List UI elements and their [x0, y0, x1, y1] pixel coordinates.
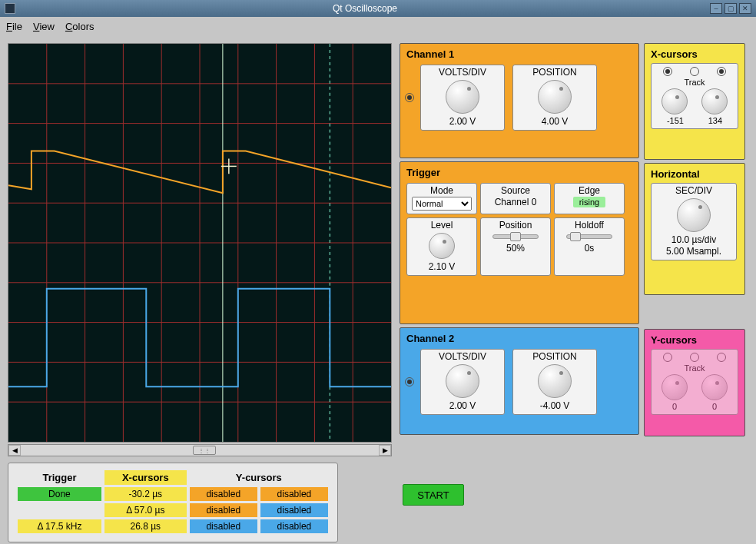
y-cursors-panel: Y-cursors Track 0 0: [644, 329, 745, 436]
ycursor-radio-2[interactable]: [717, 353, 726, 362]
xcursor-radio-track[interactable]: [690, 67, 699, 76]
trigger-holdoff-value: 0s: [585, 243, 595, 254]
horizontal-value: 10.0 µs/div: [671, 234, 716, 245]
xcursor-track-label: Track: [655, 78, 734, 87]
status-y-disabled: disabled: [190, 487, 257, 501]
x-cursors-panel: X-cursors Track -151 134: [644, 43, 745, 160]
trigger-source-label: Source: [501, 185, 530, 196]
maximize-button[interactable]: ▢: [724, 3, 737, 14]
xcursor-radio-2[interactable]: [717, 67, 726, 76]
status-trigger-header: Trigger: [18, 470, 101, 485]
status-trigger-freq: Δ 17.5 kHz: [18, 519, 101, 533]
trigger-title: Trigger: [406, 167, 634, 178]
trigger-holdoff-slider[interactable]: [566, 234, 612, 239]
status-x-delta: Δ 57.0 µs: [104, 503, 187, 517]
trigger-position-slider[interactable]: [492, 234, 539, 239]
scroll-left-button[interactable]: ◀: [8, 445, 21, 456]
status-y-disabled: disabled: [260, 503, 328, 517]
trigger-mode-label: Mode: [430, 185, 453, 196]
status-trigger-done: Done: [18, 487, 101, 501]
trigger-edge-label: Edge: [579, 185, 600, 196]
status-panel: Trigger X-cursors Y-cursors Done -30.2 µ…: [8, 463, 338, 542]
ch1-volts-value: 2.00 V: [449, 116, 476, 127]
status-x2: 26.8 µs: [104, 519, 187, 533]
minimize-button[interactable]: –: [710, 3, 722, 14]
horizontal-panel: Horizontal SEC/DIV 10.0 µs/div 5.00 Msam…: [644, 163, 745, 295]
menubar: File View Colors: [0, 17, 756, 35]
horizontal-title: Horizontal: [651, 168, 740, 180]
channel-2-panel: Channel 2 VOLTS/DIV 2.00 V POSITION -4.0…: [400, 327, 639, 435]
app-icon: [5, 3, 15, 14]
window-title: Qt Oscilloscope: [20, 3, 710, 14]
ycursor-radio-track[interactable]: [690, 353, 699, 362]
xcursor-1-knob[interactable]: [662, 88, 688, 114]
status-xcursors-header: X-cursors: [104, 470, 187, 485]
ycursor-2-knob[interactable]: [701, 374, 728, 400]
status-x1: -30.2 µs: [104, 487, 187, 501]
ch2-position-value: -4.00 V: [540, 400, 570, 411]
horizontal-label: SEC/DIV: [675, 185, 712, 196]
ch1-position-knob[interactable]: [538, 80, 572, 114]
ch2-position-label: POSITION: [532, 351, 576, 362]
menu-file[interactable]: File: [6, 21, 22, 32]
oscilloscope-display[interactable]: [8, 43, 392, 443]
ch1-volts-knob[interactable]: [446, 80, 479, 114]
scroll-right-button[interactable]: ▶: [379, 445, 391, 456]
menu-view[interactable]: View: [33, 21, 55, 32]
status-y-disabled: disabled: [260, 487, 328, 501]
ch2-volts-value: 2.00 V: [449, 400, 476, 411]
xcursor-1-value: -151: [667, 116, 684, 125]
menu-colors[interactable]: Colors: [65, 21, 94, 32]
ycursor-radio-1[interactable]: [663, 353, 672, 362]
trigger-position-value: 50%: [506, 243, 525, 254]
status-y-disabled: disabled: [260, 519, 328, 533]
channel-1-title: Channel 1: [406, 48, 634, 60]
xcursor-2-value: 134: [708, 116, 722, 125]
ycursor-track-label: Track: [655, 363, 734, 373]
ch1-position-label: POSITION: [532, 67, 576, 78]
trigger-panel: Trigger Mode Normal Source Channel 0 Edg…: [400, 161, 639, 324]
channel-2-enable-radio[interactable]: [405, 377, 414, 386]
ycursor-1-value: 0: [672, 402, 677, 411]
xcursor-radio-1[interactable]: [663, 67, 672, 76]
trigger-edge-value[interactable]: rising: [573, 197, 605, 207]
ch2-volts-label: VOLTS/DIV: [439, 351, 486, 362]
status-y-disabled: disabled: [190, 503, 257, 517]
horizontal-scrollbar[interactable]: ◀ ⋮⋮ ▶: [8, 444, 392, 456]
ch1-volts-label: VOLTS/DIV: [439, 67, 486, 78]
ycursor-1-knob[interactable]: [662, 374, 688, 400]
x-cursors-title: X-cursors: [651, 48, 740, 60]
ch2-position-knob[interactable]: [538, 364, 572, 398]
trigger-source-value: Channel 0: [495, 197, 537, 207]
channel-1-panel: Channel 1 VOLTS/DIV 2.00 V POSITION 4.00…: [400, 43, 639, 158]
trigger-mode-select[interactable]: Normal: [412, 197, 472, 211]
scroll-thumb[interactable]: ⋮⋮: [193, 446, 216, 455]
y-cursors-title: Y-cursors: [651, 334, 740, 346]
horizontal-knob[interactable]: [677, 198, 711, 232]
xcursor-2-knob[interactable]: [701, 88, 728, 114]
trigger-holdoff-label: Holdoff: [575, 220, 604, 231]
trigger-level-knob[interactable]: [429, 233, 455, 259]
trigger-position-label: Position: [499, 220, 532, 231]
channel-2-title: Channel 2: [406, 333, 634, 344]
close-button[interactable]: ✕: [739, 3, 751, 14]
status-ycursors-header: Y-cursors: [190, 470, 328, 485]
trigger-level-label: Level: [431, 220, 453, 231]
channel-1-enable-radio[interactable]: [405, 93, 414, 102]
ch1-position-value: 4.00 V: [542, 116, 569, 127]
ycursor-2-value: 0: [712, 402, 717, 411]
horizontal-sample: 5.00 Msampl.: [666, 246, 721, 257]
status-y-disabled: disabled: [190, 519, 257, 533]
trigger-level-value: 2.10 V: [429, 261, 456, 272]
start-button[interactable]: START: [403, 484, 464, 506]
ch2-volts-knob[interactable]: [446, 364, 479, 398]
